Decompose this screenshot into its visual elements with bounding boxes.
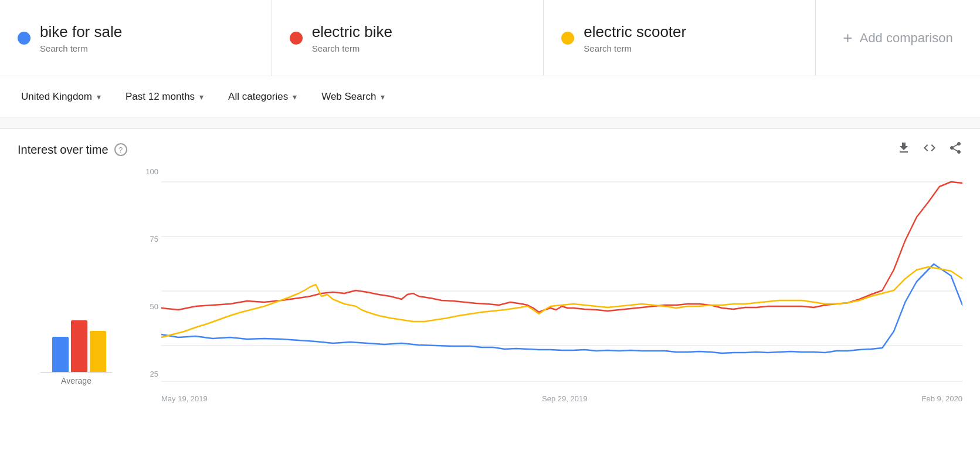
search-term-electric-bike[interactable]: electric bike Search term — [272, 0, 544, 76]
term-name-electric-bike: electric bike — [312, 23, 392, 41]
average-bars — [40, 314, 112, 373]
average-label: Average — [61, 376, 91, 385]
add-comparison-button[interactable]: + Add comparison — [816, 0, 980, 76]
chart-section: Interest over time ? Average — [0, 129, 980, 415]
help-icon[interactable]: ? — [114, 143, 127, 156]
term-dot-yellow — [561, 32, 574, 45]
period-filter[interactable]: Past 12 months ▾ — [116, 86, 213, 107]
filters-bar: United Kingdom ▾ Past 12 months ▾ All ca… — [0, 76, 980, 117]
add-comparison-label: Add comparison — [860, 31, 953, 46]
period-filter-label: Past 12 months — [126, 91, 195, 103]
chart-header: Interest over time ? — [18, 141, 962, 158]
term-label-electric-scooter: Search term — [584, 43, 686, 53]
avg-bar-yellow — [90, 331, 106, 372]
y-label-75: 75 — [138, 235, 158, 243]
term-text-electric-bike: electric bike Search term — [312, 23, 392, 53]
download-button[interactable] — [897, 141, 911, 158]
x-label-may: May 19, 2019 — [161, 394, 208, 403]
y-label-25: 25 — [138, 370, 158, 378]
category-filter-label: All categories — [228, 91, 288, 103]
average-section: Average — [18, 164, 135, 403]
term-dot-blue — [18, 32, 30, 45]
category-filter-arrow: ▾ — [293, 92, 297, 101]
share-button[interactable] — [948, 141, 962, 158]
chart-body: Average 100 75 50 25 — [18, 164, 962, 403]
search-terms-bar: bike for sale Search term electric bike … — [0, 0, 980, 76]
x-label-feb: Feb 9, 2020 — [922, 394, 962, 403]
chart-actions — [897, 141, 962, 158]
term-name-bike-for-sale: bike for sale — [40, 23, 122, 41]
region-filter-label: United Kingdom — [21, 91, 92, 103]
term-label-electric-bike: Search term — [312, 43, 392, 53]
search-type-filter-label: Web Search — [321, 91, 376, 103]
region-filter-arrow: ▾ — [97, 92, 101, 101]
term-text-electric-scooter: electric scooter Search term — [584, 23, 686, 53]
avg-bar-blue — [52, 337, 69, 372]
search-type-filter[interactable]: Web Search ▾ — [312, 86, 394, 107]
term-name-electric-scooter: electric scooter — [584, 23, 686, 41]
y-axis-labels: 100 75 50 25 — [135, 164, 158, 381]
plus-icon: + — [843, 29, 852, 48]
search-type-filter-arrow: ▾ — [381, 92, 385, 101]
chart-title: Interest over time — [18, 143, 108, 157]
line-chart-container: 100 75 50 25 — [135, 164, 962, 403]
y-label-50: 50 — [138, 302, 158, 311]
svg-wrapper: May 19, 2019 Sep 29, 2019 Feb 9, 2020 — [161, 164, 962, 403]
line-chart-svg — [161, 164, 962, 387]
chart-title-group: Interest over time ? — [18, 143, 127, 157]
term-label-bike-for-sale: Search term — [40, 43, 122, 53]
embed-button[interactable] — [923, 141, 937, 158]
y-label-100: 100 — [138, 167, 158, 176]
region-filter[interactable]: United Kingdom ▾ — [12, 86, 110, 107]
term-dot-red — [290, 32, 303, 45]
term-text-bike-for-sale: bike for sale Search term — [40, 23, 122, 53]
avg-bar-red — [71, 320, 87, 372]
x-axis-labels: May 19, 2019 Sep 29, 2019 Feb 9, 2020 — [161, 390, 962, 403]
search-term-electric-scooter[interactable]: electric scooter Search term — [544, 0, 816, 76]
period-filter-arrow: ▾ — [199, 92, 204, 101]
category-filter[interactable]: All categories ▾ — [219, 86, 306, 107]
x-label-sep: Sep 29, 2019 — [542, 394, 587, 403]
search-term-bike-for-sale[interactable]: bike for sale Search term — [0, 0, 272, 76]
section-divider — [0, 117, 980, 129]
